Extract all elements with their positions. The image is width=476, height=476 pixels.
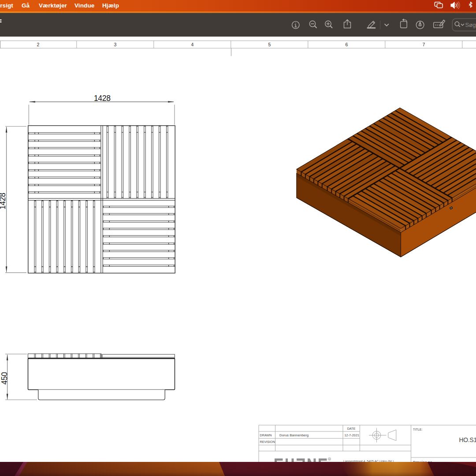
svg-text:Dorus Bannenberg: Dorus Bannenberg bbox=[279, 433, 309, 437]
svg-text:2: 2 bbox=[37, 42, 40, 47]
svg-text:TITLE:: TITLE: bbox=[413, 428, 423, 431]
svg-text:DATE: DATE bbox=[347, 427, 356, 431]
svg-text:450: 450 bbox=[0, 372, 9, 385]
svg-text:5: 5 bbox=[268, 42, 271, 47]
svg-text:12-7-2021: 12-7-2021 bbox=[345, 433, 359, 437]
svg-text:Søg: Søg bbox=[465, 22, 476, 28]
svg-text:1428: 1428 bbox=[0, 193, 7, 210]
svg-text:REVISION: REVISION bbox=[260, 440, 275, 444]
svg-text:7: 7 bbox=[423, 42, 425, 47]
svg-text:6: 6 bbox=[346, 42, 348, 47]
svg-text:HO.S10: HO.S10 bbox=[459, 437, 476, 443]
svg-text:4: 4 bbox=[191, 42, 194, 47]
svg-text:1428: 1428 bbox=[94, 94, 111, 103]
svg-text:R: R bbox=[329, 458, 331, 461]
svg-text:3: 3 bbox=[114, 42, 117, 47]
svg-text:DRAWN: DRAWN bbox=[260, 433, 272, 437]
